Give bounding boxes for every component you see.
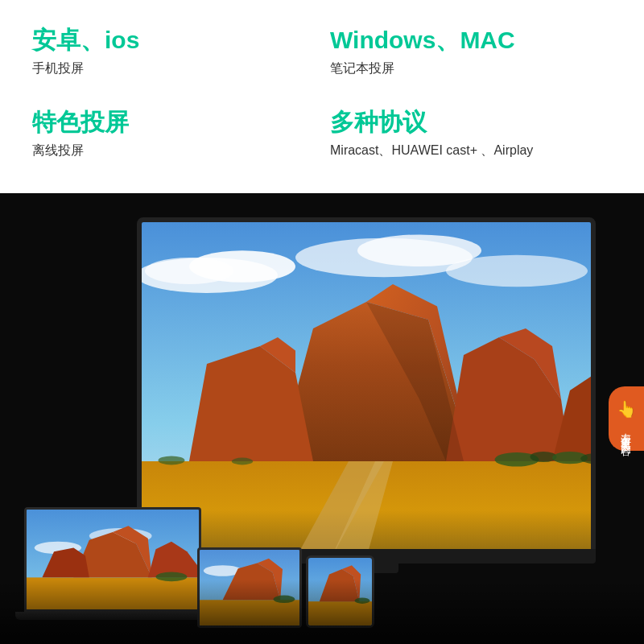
laptop-screen xyxy=(24,507,201,612)
feature-title-special: 特色投屏 xyxy=(32,108,314,137)
feature-subtitle-android: 手机投屏 xyxy=(32,60,314,77)
svg-point-6 xyxy=(446,255,588,287)
feature-title-android: 安卓、ios xyxy=(32,26,314,55)
feature-block-protocol: 多种协议 Miracast、HUAWEI cast+ 、Airplay xyxy=(330,108,612,174)
laptop-body xyxy=(15,612,210,620)
svg-point-32 xyxy=(156,572,188,582)
feature-title-windows: Windows、MAC xyxy=(330,26,612,55)
swipe-badge[interactable]: 👆 左滑查看更多内容 xyxy=(609,386,644,451)
svg-point-3 xyxy=(145,258,233,284)
svg-rect-34 xyxy=(200,600,299,625)
phone-screen xyxy=(306,555,374,628)
feature-block-special: 特色投屏 离线投屏 xyxy=(32,108,314,174)
feature-subtitle-special: 离线投屏 xyxy=(32,142,314,159)
tv-screen xyxy=(137,217,596,564)
top-section: 安卓、ios 手机投屏 Windows、MAC 笔记本投屏 特色投屏 离线投屏 … xyxy=(0,0,644,193)
feature-block-android: 安卓、ios 手机投屏 xyxy=(32,26,314,92)
bottom-section: 👆 左滑查看更多内容 xyxy=(0,193,644,644)
svg-point-38 xyxy=(274,596,295,604)
swipe-icon: 👆 xyxy=(617,399,637,419)
feature-block-windows: Windows、MAC 笔记本投屏 xyxy=(330,26,612,92)
tv-display xyxy=(137,217,596,564)
swipe-text: 左滑查看更多内容 xyxy=(618,425,634,438)
laptop-device xyxy=(24,507,201,620)
feature-title-protocol: 多种协议 xyxy=(330,108,612,137)
feature-subtitle-protocol: Miracast、HUAWEI cast+ 、Airplay xyxy=(330,142,612,159)
svg-rect-40 xyxy=(308,601,372,625)
tablet-device xyxy=(197,547,302,628)
svg-point-43 xyxy=(355,597,370,603)
phone-device xyxy=(306,555,374,628)
svg-rect-25 xyxy=(27,577,199,609)
tablet-screen xyxy=(197,547,302,628)
svg-point-22 xyxy=(159,456,185,464)
svg-point-23 xyxy=(232,458,253,465)
feature-subtitle-windows: 笔记本投屏 xyxy=(330,60,612,77)
